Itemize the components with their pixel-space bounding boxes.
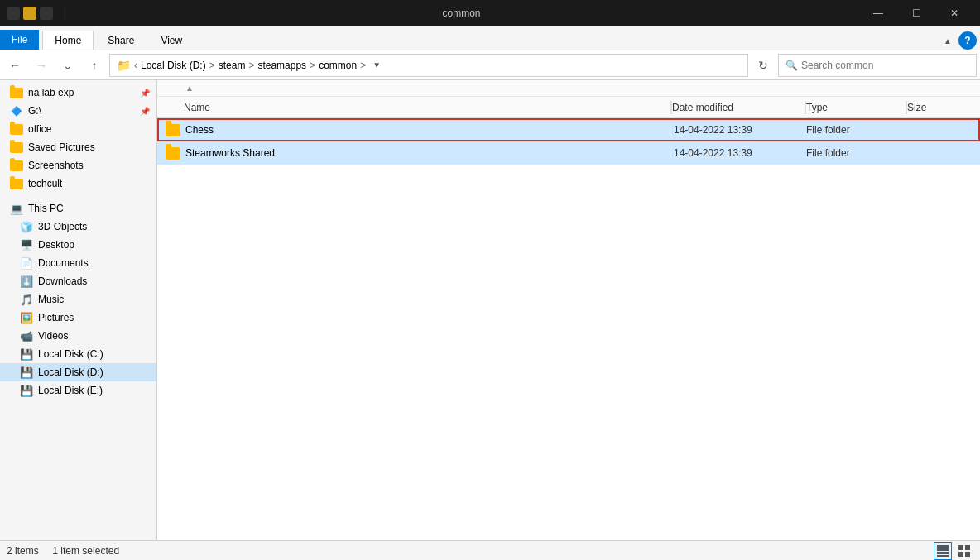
this-pc-section: 💻 This PC 🧊 3D Objects 🖥️ Desktop xyxy=(0,196,156,403)
downloads-icon: ⬇️ xyxy=(20,275,33,288)
desktop-icon: 🖥️ xyxy=(20,238,33,251)
close-button[interactable]: ✕ xyxy=(935,0,973,26)
status-view-controls xyxy=(934,542,973,560)
addressbar: ← → ⌄ ↑ 📁 ‹ Local Disk (D:) > steam > st… xyxy=(0,50,980,80)
file-list: Chess 14-04-2022 13:39 File folder Steam… xyxy=(157,118,980,540)
search-icon: 🔍 xyxy=(785,60,798,71)
sidebar-item-na-lab-exp[interactable]: na lab exp 📌 xyxy=(0,84,156,102)
col-header-date[interactable]: Date modified xyxy=(672,102,805,113)
sidebar-label-g-drive: G:\ xyxy=(28,105,41,117)
pin-icon-g-drive: 📌 xyxy=(140,107,150,116)
ribbon-right: ▲ ? xyxy=(940,31,980,50)
col-header-type[interactable]: Type xyxy=(806,102,906,113)
path-arrow-1: > xyxy=(209,60,215,71)
sidebar-item-music[interactable]: 🎵 Music xyxy=(0,290,156,309)
path-segment-1[interactable]: Local Disk (D:) xyxy=(141,60,206,71)
path-segment-4[interactable]: common xyxy=(319,60,357,71)
file-type-steamworks: File folder xyxy=(806,147,906,159)
statusbar: 2 items 1 item selected xyxy=(0,540,980,560)
path-arrow-3: > xyxy=(310,60,315,71)
large-icons-view-icon xyxy=(958,545,970,557)
maximize-button[interactable]: ☐ xyxy=(897,0,935,26)
sidebar-item-screenshots[interactable]: Screenshots xyxy=(0,156,156,175)
path-segment-3[interactable]: steamapps xyxy=(257,60,306,71)
search-box[interactable]: 🔍 xyxy=(778,54,977,77)
window-title: common xyxy=(70,7,853,19)
minimize-button[interactable]: — xyxy=(859,0,897,26)
recent-locations-button[interactable]: ⌄ xyxy=(56,54,79,77)
content-area: ▲ Name Date modified Type Size Chess 14-… xyxy=(157,80,980,540)
large-icons-view-button[interactable] xyxy=(955,542,973,560)
sidebar-item-local-disk-e[interactable]: 💾 Local Disk (E:) xyxy=(0,381,156,400)
pin-icon-na-lab-exp: 📌 xyxy=(140,89,150,98)
sidebar-item-local-disk-c[interactable]: 💾 Local Disk (C:) xyxy=(0,345,156,363)
file-label-chess: Chess xyxy=(185,124,214,136)
sidebar-item-saved-pictures[interactable]: Saved Pictures xyxy=(0,138,156,156)
svg-rect-0 xyxy=(937,545,949,548)
sidebar-item-videos[interactable]: 📹 Videos xyxy=(0,327,156,345)
svg-rect-5 xyxy=(965,545,970,550)
sidebar-label-local-disk-c: Local Disk (C:) xyxy=(38,348,103,360)
items-count-text: 2 items xyxy=(7,545,39,557)
file-type-chess: File folder xyxy=(806,124,906,136)
svg-rect-3 xyxy=(937,555,949,557)
file-date-steamworks: 14-04-2022 13:39 xyxy=(674,147,806,159)
table-row[interactable]: Steamworks Shared 14-04-2022 13:39 File … xyxy=(157,141,980,165)
main-layout: na lab exp 📌 🔷 G:\ 📌 office xyxy=(0,80,980,540)
sidebar-item-g-drive[interactable]: 🔷 G:\ 📌 xyxy=(0,102,156,120)
address-path[interactable]: 📁 ‹ Local Disk (D:) > steam > steamapps … xyxy=(109,54,748,77)
folder-icon-chess xyxy=(166,124,180,136)
sidebar-label-office: office xyxy=(28,123,51,135)
sidebar-item-office[interactable]: office xyxy=(0,120,156,138)
sidebar-item-local-disk-d[interactable]: 💾 Local Disk (D:) xyxy=(0,363,156,381)
help-button[interactable]: ? xyxy=(958,31,977,50)
path-root-icon: 📁 xyxy=(117,59,131,72)
sidebar-label-techcult: techcult xyxy=(28,178,62,189)
search-input[interactable] xyxy=(801,60,969,71)
table-row[interactable]: Chess 14-04-2022 13:39 File folder xyxy=(157,118,980,141)
ribbon-tabs: File Home Share View ▲ ? xyxy=(0,26,980,50)
ribbon-collapse-arrow[interactable]: ▲ xyxy=(940,35,955,47)
details-view-button[interactable] xyxy=(934,542,952,560)
tab-view[interactable]: View xyxy=(148,31,195,50)
col-header-name[interactable]: Name xyxy=(164,102,670,113)
folder-icon-techcult xyxy=(10,177,23,190)
forward-button[interactable]: → xyxy=(30,54,53,77)
sidebar-label-3d-objects: 3D Objects xyxy=(38,221,87,232)
svg-rect-2 xyxy=(937,552,949,554)
sidebar-label-na-lab-exp: na lab exp xyxy=(28,87,74,98)
sort-indicator: ▲ xyxy=(185,84,194,93)
app-icon-3 xyxy=(40,7,53,20)
status-items-count: 2 items 1 item selected xyxy=(7,545,934,557)
sidebar-item-this-pc[interactable]: 💻 This PC xyxy=(0,199,156,218)
path-sep-1: ‹ xyxy=(134,60,137,71)
sidebar-item-3d-objects[interactable]: 🧊 3D Objects xyxy=(0,218,156,236)
sidebar-item-downloads[interactable]: ⬇️ Downloads xyxy=(0,272,156,290)
sidebar-item-pictures[interactable]: 🖼️ Pictures xyxy=(0,309,156,327)
folder-icon-office xyxy=(10,122,23,136)
folder-icon-steamworks xyxy=(166,147,180,160)
back-button[interactable]: ← xyxy=(3,54,26,77)
folder-icon xyxy=(10,86,23,99)
quick-access-section: na lab exp 📌 🔷 G:\ 📌 office xyxy=(0,80,156,196)
sidebar-item-techcult[interactable]: techcult xyxy=(0,175,156,193)
sidebar-label-documents: Documents xyxy=(38,257,89,269)
col-header-size[interactable]: Size xyxy=(907,102,973,113)
path-segment-2[interactable]: steam xyxy=(219,60,246,71)
music-icon: 🎵 xyxy=(20,293,33,306)
refresh-button[interactable]: ↻ xyxy=(752,54,775,77)
tab-home[interactable]: Home xyxy=(42,31,94,50)
sidebar-item-desktop[interactable]: 🖥️ Desktop xyxy=(0,236,156,254)
up-button[interactable]: ↑ xyxy=(83,54,106,77)
sidebar-label-screenshots: Screenshots xyxy=(28,160,84,171)
svg-rect-6 xyxy=(958,552,963,557)
details-view-icon xyxy=(937,545,949,557)
path-dropdown-arrow[interactable]: ▼ xyxy=(372,60,381,69)
tab-share[interactable]: Share xyxy=(95,31,147,50)
tab-file[interactable]: File xyxy=(0,30,39,50)
sidebar-label-local-disk-d: Local Disk (D:) xyxy=(38,366,103,378)
file-label-steamworks: Steamworks Shared xyxy=(185,147,275,159)
sidebar-item-documents[interactable]: 📄 Documents xyxy=(0,254,156,272)
sidebar-label-pictures: Pictures xyxy=(38,312,74,323)
file-name-chess: Chess xyxy=(166,124,674,136)
